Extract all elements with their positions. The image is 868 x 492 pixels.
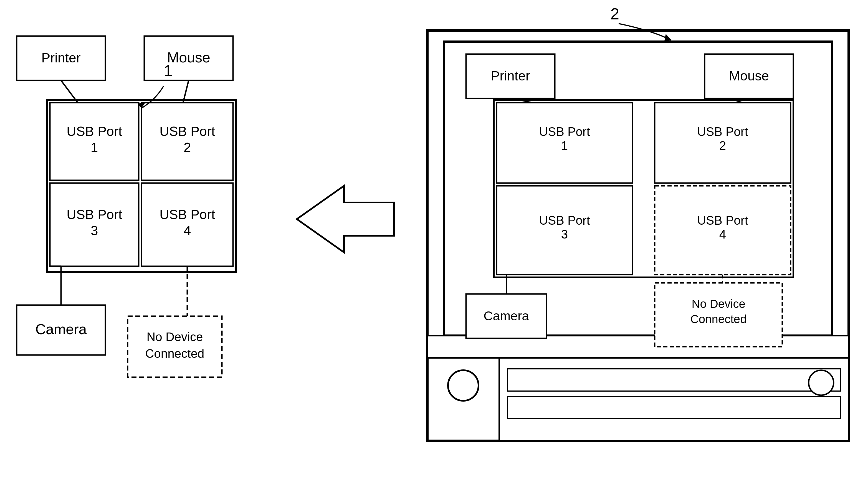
mouse-left-label: Mouse bbox=[167, 49, 210, 66]
port1-left-label1: USB Port bbox=[67, 124, 122, 139]
port4-right-label1: USB Port bbox=[697, 214, 748, 227]
label-2: 2 bbox=[610, 5, 619, 23]
port2-left-label1: USB Port bbox=[160, 124, 215, 139]
printer-right-label: Printer bbox=[491, 69, 530, 83]
label-1: 1 bbox=[164, 62, 172, 80]
port3-right-label2: 3 bbox=[561, 227, 568, 241]
port2-right-label1: USB Port bbox=[697, 125, 748, 139]
port1-right-label2: 1 bbox=[561, 139, 568, 152]
port3-left-label2: 3 bbox=[91, 223, 98, 238]
arrow-right bbox=[297, 186, 394, 252]
port4-right-label2: 4 bbox=[719, 227, 726, 241]
drive-slot-2 bbox=[508, 397, 841, 419]
monitor-circle-left bbox=[448, 370, 479, 401]
port1-left-label2: 1 bbox=[91, 140, 98, 155]
port4-left-label1: USB Port bbox=[160, 207, 215, 222]
port2-left-label2: 2 bbox=[184, 140, 191, 155]
camera-left-label: Camera bbox=[35, 321, 87, 337]
monitor-circle-right bbox=[809, 370, 834, 395]
mouse-right-label: Mouse bbox=[729, 69, 769, 83]
port2-right-label2: 2 bbox=[719, 139, 726, 152]
port1-right-label1: USB Port bbox=[539, 125, 590, 139]
port4-left-label2: 4 bbox=[184, 223, 191, 238]
camera-right-label: Camera bbox=[483, 309, 529, 323]
no-device-left-label2: Connected bbox=[145, 347, 204, 360]
main-container: Printer Mouse USB Port 1 USB Port 2 USB … bbox=[0, 0, 868, 492]
drive-slot-1 bbox=[508, 369, 841, 391]
no-device-right-label2: Connected bbox=[690, 313, 747, 326]
port3-left-label1: USB Port bbox=[67, 207, 122, 222]
port3-right-label1: USB Port bbox=[539, 214, 590, 227]
printer-left-label: Printer bbox=[41, 50, 80, 65]
no-device-left-label1: No Device bbox=[147, 330, 203, 344]
no-device-right-label1: No Device bbox=[692, 297, 745, 310]
